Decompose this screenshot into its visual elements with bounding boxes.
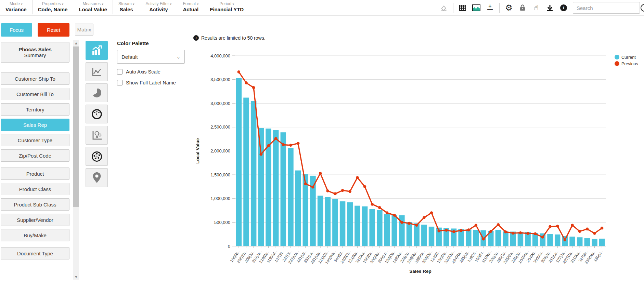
bar-current[interactable] (281, 132, 286, 246)
chart-type-pie-chart-icon[interactable] (86, 83, 108, 102)
line-point[interactable] (460, 229, 463, 232)
toolbar-dropdown-stream[interactable]: Stream ▾Sales (113, 0, 140, 14)
bar-current[interactable] (355, 206, 360, 246)
bar-current[interactable] (473, 230, 479, 246)
toolbar-dropdown-properties[interactable]: Properties ▾Code, Name (33, 0, 74, 14)
reset-button[interactable]: Reset (38, 23, 69, 37)
bar-current[interactable] (377, 210, 383, 246)
bar-current[interactable] (251, 101, 257, 246)
line-point[interactable] (356, 176, 359, 179)
bar-current[interactable] (273, 130, 279, 246)
line-point[interactable] (260, 153, 263, 156)
line-point[interactable] (601, 227, 604, 230)
sidebar-item-supplier-vendor[interactable]: Supplier/Vendor (1, 214, 69, 226)
line-point[interactable] (245, 81, 248, 84)
sidebar-item-product-class[interactable]: Product Class (1, 183, 69, 195)
sidebar-item-sales-rep[interactable]: Sales Rep (1, 119, 69, 131)
legend-swatch-previous[interactable] (615, 61, 619, 66)
bar-current[interactable] (421, 225, 427, 246)
sidebar-item-product-sub-class[interactable]: Product Sub Class (1, 198, 69, 211)
checkbox-auto-axis-scale[interactable] (117, 69, 123, 75)
bar-current[interactable] (555, 235, 561, 246)
line-point[interactable] (408, 222, 411, 225)
line-point[interactable] (497, 223, 500, 226)
bar-current[interactable] (362, 206, 368, 246)
line-point[interactable] (319, 172, 322, 175)
line-point[interactable] (564, 239, 567, 242)
bar-current[interactable] (384, 214, 390, 246)
chart-type-bubble-chart-icon[interactable] (86, 126, 108, 145)
toolbar-dropdown-activity-filter[interactable]: Activity Filter ▾Activity (140, 0, 178, 14)
bar-current[interactable] (503, 231, 508, 246)
bar-current[interactable] (414, 223, 420, 246)
plus-minus-icon[interactable]: +— (486, 3, 494, 12)
bar-current[interactable] (258, 128, 264, 246)
bar-current[interactable] (332, 199, 338, 246)
bar-current[interactable] (584, 238, 590, 246)
line-point[interactable] (549, 225, 552, 228)
line-point[interactable] (512, 232, 515, 235)
toolbar-dropdown-measures[interactable]: Measures ▾Local Value (73, 0, 113, 14)
line-point[interactable] (400, 221, 403, 224)
bar-current[interactable] (547, 234, 553, 246)
bar-current[interactable] (288, 148, 294, 246)
matrix-button[interactable]: Matrix (75, 24, 93, 36)
bar-current[interactable] (495, 230, 501, 246)
line-point[interactable] (334, 192, 337, 196)
chart-type-line-chart-icon[interactable] (86, 62, 108, 81)
line-point[interactable] (526, 232, 529, 235)
chart-type-map-pin-icon[interactable] (86, 168, 108, 187)
line-point[interactable] (430, 211, 433, 214)
line-point[interactable] (489, 230, 492, 233)
chart-type-gauge-icon[interactable] (86, 105, 108, 123)
line-point[interactable] (297, 142, 300, 145)
sidebar-item-customer-bill-to[interactable]: Customer Bill To (1, 88, 69, 100)
sidebar-scrollbar[interactable]: ▲ ▼ (73, 40, 79, 280)
legend-swatch-current[interactable] (615, 55, 619, 59)
line-point[interactable] (504, 230, 507, 233)
line-point[interactable] (252, 86, 255, 89)
bar-current[interactable] (391, 215, 397, 246)
download-icon[interactable] (545, 3, 554, 12)
line-point[interactable] (578, 230, 581, 233)
line-point[interactable] (556, 225, 559, 228)
sidebar-item-customer-type[interactable]: Customer Type (1, 134, 69, 146)
bar-current[interactable] (295, 171, 301, 246)
line-point[interactable] (274, 137, 278, 140)
line-point[interactable] (289, 144, 292, 147)
line-point[interactable] (586, 228, 589, 231)
sales-rep-chart[interactable]: 0500,0001,000,0001,500,0002,000,0002,500… (192, 44, 644, 281)
bar-current[interactable] (577, 237, 583, 246)
line-point[interactable] (541, 236, 544, 239)
line-point[interactable] (348, 190, 351, 193)
chart-type-bar-chart-icon[interactable] (86, 41, 108, 60)
scroll-down-icon[interactable]: ▼ (73, 274, 79, 280)
info-icon[interactable]: i (559, 3, 568, 12)
focus-button[interactable]: Focus (1, 23, 32, 37)
line-point[interactable] (237, 70, 241, 73)
line-point[interactable] (371, 203, 374, 206)
scrollbar-thumb[interactable] (73, 46, 79, 207)
bar-current[interactable] (599, 239, 605, 246)
bar-current[interactable] (429, 227, 435, 246)
gear-icon[interactable]: ⚙ (504, 3, 513, 12)
sidebar-item-zip-post-code[interactable]: Zip/Post Code (1, 149, 69, 162)
pointer-icon[interactable]: ☝ (532, 3, 541, 12)
line-point[interactable] (378, 206, 381, 209)
bar-current[interactable] (407, 222, 412, 246)
line-point[interactable] (267, 144, 270, 147)
bar-current[interactable] (369, 209, 375, 246)
sidebar-item-customer-ship-to[interactable]: Customer Ship To (1, 72, 69, 85)
table-icon[interactable] (458, 3, 467, 12)
line-point[interactable] (475, 224, 478, 227)
line-point[interactable] (363, 185, 366, 188)
line-point[interactable] (341, 189, 344, 192)
line-point[interactable] (386, 211, 389, 214)
sidebar-item-territory[interactable]: Territory (1, 103, 69, 116)
line-point[interactable] (519, 231, 522, 235)
bar-current[interactable] (243, 98, 249, 246)
database-title-card[interactable]: Phocas Sales Summary (1, 42, 69, 63)
sidebar-item-buy-make[interactable]: Buy/Make (1, 229, 69, 241)
sidebar-item-product[interactable]: Product (1, 168, 69, 180)
bar-current[interactable] (347, 202, 353, 246)
